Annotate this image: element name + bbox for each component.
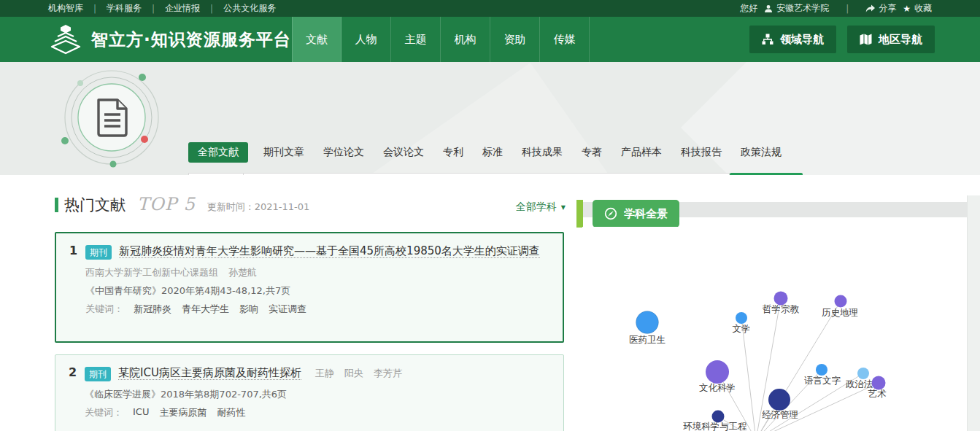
doc-title-row: 2 期刊 某院ICU病区主要病原菌及耐药性探析 王静 阳央 李芳芹: [69, 363, 550, 383]
doc-keywords: 关键词： ICU 主要病原菌 耐药性: [85, 406, 550, 419]
subject-panorama-tab[interactable]: 学科全景: [593, 200, 679, 228]
type-tab-all-documents[interactable]: 全部文献: [188, 142, 248, 163]
update-time-date: 2021-11-01: [255, 201, 310, 212]
search-input[interactable]: [244, 173, 730, 175]
top-link-enterprise-intel[interactable]: 企业情报: [165, 2, 200, 15]
type-tab-journal-articles[interactable]: 期刊文章: [260, 142, 308, 163]
nav-tab-media[interactable]: 传媒: [540, 17, 590, 62]
keyword-link[interactable]: ICU: [133, 406, 149, 419]
site-logo[interactable]: 智立方·知识资源服务平台: [48, 22, 291, 57]
bubble-economics-management[interactable]: [768, 389, 790, 411]
bubble-politics-law[interactable]: [857, 368, 869, 379]
bubble-medical-health[interactable]: [636, 311, 659, 334]
subject-panorama-chart-panel: 政治法律 医药卫生 文学 哲学宗教 历史地理 文化科学 语言文字 艺术 经济管理…: [582, 227, 967, 431]
subject-filter-dropdown[interactable]: 全部学科 ▼: [516, 201, 566, 214]
type-tab-scitech-reports[interactable]: 科技报告: [677, 142, 725, 163]
type-tab-patents[interactable]: 专利: [439, 142, 467, 163]
account-link[interactable]: 安徽艺术学院: [764, 2, 829, 15]
keyword-link[interactable]: 影响: [239, 303, 258, 316]
bubble-label-culture-science: 文化科学: [699, 382, 736, 393]
region-navigation-button[interactable]: 地区导航: [847, 26, 935, 53]
hot-doc-item-2[interactable]: 2 期刊 某院ICU病区主要病原菌及耐药性探析 王静 阳央 李芳芹 《临床医学进…: [55, 354, 564, 431]
header-nav-buttons: 领域导航 地区导航: [749, 26, 935, 53]
document-type-tabs: 全部文献 期刊文章 学位论文 会议论文 专利 标准 科技成果 专著 产品样本 科…: [188, 142, 785, 163]
doc-title: 新冠肺炎疫情对青年大学生影响研究——基于全国45所高校19850名大学生的实证调…: [119, 241, 540, 260]
bubble-label-medical-health: 医药卫生: [629, 334, 665, 345]
type-tab-standards[interactable]: 标准: [479, 142, 506, 163]
doc-title-link[interactable]: 新冠肺炎疫情对青年大学生影响研究——基于全国45所高校19850名大学生的实证调…: [119, 244, 540, 258]
author-link[interactable]: 孙楚航: [228, 266, 257, 279]
language-select[interactable]: 中文 ▼: [188, 173, 244, 175]
doc-authors: 王静 阳央 李芳芹: [315, 368, 409, 378]
keywords-label: 关键词：: [85, 406, 123, 419]
top-link-subject-service[interactable]: 学科服务: [107, 2, 142, 15]
type-tab-policies-regulations[interactable]: 政策法规: [737, 142, 785, 163]
nav-tab-people[interactable]: 人物: [342, 17, 391, 62]
primary-nav: 文献 人物 主题 机构 资助 传媒: [292, 17, 590, 62]
hot-docs-header: 热门文献 TOP 5 更新时间：2021-11-01 全部学科 ▼: [55, 194, 566, 215]
top-links: 机构智库 | 学科服务 | 企业情报 | 公共文化服务: [48, 2, 276, 15]
site-title: 智立方·知识资源服务平台: [91, 28, 291, 51]
type-tab-scitech-achievements[interactable]: 科技成果: [518, 142, 566, 163]
doc-source[interactable]: 《中国青年研究》2020年第4期43-48,12,共7页: [85, 284, 549, 298]
subject-panorama-chart: 政治法律 医药卫生 文学 哲学宗教 历史地理 文化科学 语言文字 艺术 经济管理…: [582, 227, 967, 431]
author-link[interactable]: 王静: [315, 368, 334, 378]
sitemap-icon: [762, 34, 773, 45]
domain-navigation-button[interactable]: 领域导航: [749, 26, 836, 53]
bubble-culture-science[interactable]: [706, 360, 729, 384]
keyword-link[interactable]: 青年大学生: [182, 303, 229, 316]
top-utility-bar: 机构智库 | 学科服务 | 企业情报 | 公共文化服务 您好 安徽艺术学院 | …: [0, 0, 980, 17]
share-label: 分享: [879, 2, 896, 15]
user-icon: [764, 4, 773, 13]
update-time-label: 更新时间：: [207, 201, 255, 212]
type-tab-product-samples[interactable]: 产品样本: [617, 142, 665, 163]
nav-tab-topics[interactable]: 主题: [391, 17, 441, 62]
type-tab-monographs[interactable]: 专著: [578, 142, 606, 163]
doc-authors: 西南大学新学工创新中心课题组 孙楚航: [85, 266, 549, 279]
rank-number: 1: [69, 241, 85, 257]
type-tab-conference-papers[interactable]: 会议论文: [379, 142, 428, 163]
main-header: 智立方·知识资源服务平台 文献 人物 主题 机构 资助 传媒 领域导航: [0, 17, 980, 62]
bubble-label-philosophy-religion: 哲学宗教: [762, 303, 800, 314]
author-link[interactable]: 阳央: [344, 368, 363, 378]
doc-title-row: 1 期刊 新冠肺炎疫情对青年大学生影响研究——基于全国45所高校19850名大学…: [69, 241, 549, 260]
section-accent-bar: [55, 198, 58, 212]
region-navigation-label: 地区导航: [879, 33, 922, 47]
top-link-institution-thinktank[interactable]: 机构智库: [48, 2, 83, 15]
nav-tab-documents[interactable]: 文献: [292, 17, 342, 62]
bubble-literature[interactable]: [736, 312, 747, 324]
rank-number: 2: [69, 363, 85, 379]
divider: |: [210, 4, 213, 14]
nav-tab-funding[interactable]: 资助: [490, 17, 540, 62]
star-icon: ★: [903, 4, 911, 13]
divider: |: [93, 4, 96, 14]
keyword-link[interactable]: 主要病原菌: [159, 406, 207, 419]
keyword-link[interactable]: 实证调查: [269, 303, 306, 316]
share-icon: [865, 4, 875, 13]
journal-badge: 期刊: [85, 245, 112, 260]
doc-title: 某院ICU病区主要病原菌及耐药性探析 王静 阳央 李芳芹: [118, 363, 409, 383]
author-link[interactable]: 西南大学新学工创新中心课题组: [85, 266, 218, 279]
document-icon: [99, 100, 126, 136]
favorite-button[interactable]: ★ 收藏: [903, 2, 932, 15]
search-bar: 中文 ▼ 检索: [188, 173, 803, 175]
search-button[interactable]: 检索: [730, 173, 803, 175]
right-gutter: [967, 195, 980, 431]
bubble-language[interactable]: [816, 364, 827, 376]
author-link[interactable]: 李芳芹: [374, 368, 402, 378]
hot-doc-item-1[interactable]: 1 期刊 新冠肺炎疫情对青年大学生影响研究——基于全国45所高校19850名大学…: [55, 232, 564, 343]
keyword-link[interactable]: 耐药性: [217, 406, 245, 419]
update-time: 更新时间：2021-11-01: [207, 201, 310, 214]
favorite-label: 收藏: [914, 2, 932, 15]
type-tab-dissertations[interactable]: 学位论文: [320, 142, 368, 163]
doc-source[interactable]: 《临床医学进展》2018年第8期702-707,共6页: [85, 388, 550, 401]
subject-filter-label: 全部学科: [516, 201, 557, 214]
top-link-public-culture[interactable]: 公共文化服务: [223, 2, 276, 15]
subject-panorama-label: 学科全景: [624, 207, 668, 221]
share-button[interactable]: 分享: [865, 2, 896, 15]
nav-tab-institutions[interactable]: 机构: [441, 17, 490, 62]
keyword-link[interactable]: 新冠肺炎: [134, 303, 171, 316]
doc-title-link[interactable]: 某院ICU病区主要病原菌及耐药性探析: [118, 366, 301, 380]
bubble-label-economics-management: 经济管理: [762, 409, 798, 420]
bubble-history-geography[interactable]: [835, 295, 847, 308]
